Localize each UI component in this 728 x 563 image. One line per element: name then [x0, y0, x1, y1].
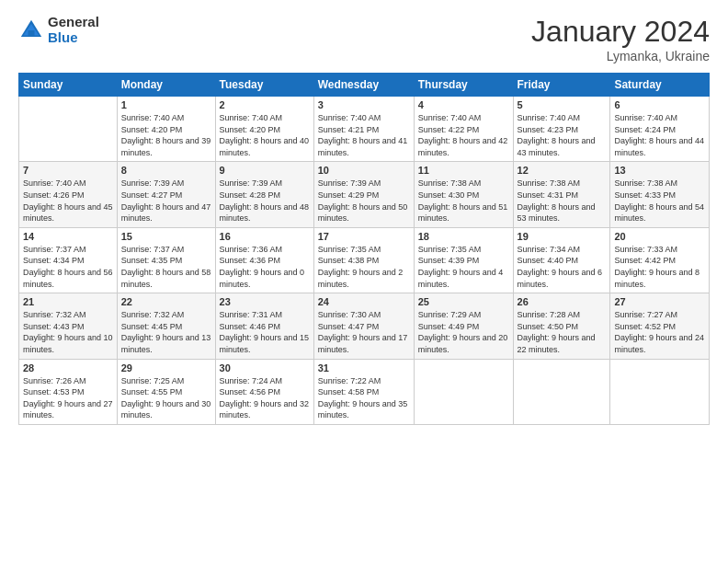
calendar-cell: 15Sunrise: 7:37 AMSunset: 4:35 PMDayligh… [117, 227, 215, 293]
day-detail: Sunrise: 7:39 AMSunset: 4:28 PMDaylight:… [220, 178, 310, 224]
day-detail: Sunrise: 7:29 AMSunset: 4:49 PMDaylight:… [418, 309, 509, 355]
calendar-cell: 18Sunrise: 7:35 AMSunset: 4:39 PMDayligh… [414, 227, 513, 293]
day-detail: Sunrise: 7:22 AMSunset: 4:58 PMDaylight:… [318, 375, 410, 421]
day-number: 4 [418, 99, 509, 110]
day-detail: Sunrise: 7:36 AMSunset: 4:36 PMDaylight:… [220, 244, 310, 290]
day-number: 21 [23, 296, 113, 307]
calendar-cell: 30Sunrise: 7:24 AMSunset: 4:56 PMDayligh… [215, 359, 313, 424]
day-detail: Sunrise: 7:27 AMSunset: 4:52 PMDaylight:… [614, 309, 705, 355]
day-number: 12 [518, 165, 607, 176]
calendar-cell: 7Sunrise: 7:40 AMSunset: 4:26 PMDaylight… [19, 162, 118, 227]
day-number: 14 [23, 231, 113, 242]
day-detail: Sunrise: 7:34 AMSunset: 4:40 PMDaylight:… [518, 244, 607, 290]
day-number: 29 [121, 362, 211, 373]
day-detail: Sunrise: 7:38 AMSunset: 4:33 PMDaylight:… [614, 178, 705, 224]
day-detail: Sunrise: 7:38 AMSunset: 4:30 PMDaylight:… [418, 178, 509, 224]
day-detail: Sunrise: 7:35 AMSunset: 4:39 PMDaylight:… [418, 244, 509, 290]
calendar-day-header: Thursday [414, 74, 513, 97]
day-detail: Sunrise: 7:26 AMSunset: 4:53 PMDaylight:… [23, 375, 113, 421]
calendar-cell: 31Sunrise: 7:22 AMSunset: 4:58 PMDayligh… [313, 359, 414, 424]
day-detail: Sunrise: 7:32 AMSunset: 4:45 PMDaylight:… [121, 309, 211, 355]
day-number: 23 [220, 296, 310, 307]
calendar-cell: 23Sunrise: 7:31 AMSunset: 4:46 PMDayligh… [215, 293, 313, 359]
calendar-cell: 16Sunrise: 7:36 AMSunset: 4:36 PMDayligh… [215, 227, 313, 293]
day-number: 27 [614, 296, 705, 307]
calendar-cell: 29Sunrise: 7:25 AMSunset: 4:55 PMDayligh… [117, 359, 215, 424]
calendar-cell: 19Sunrise: 7:34 AMSunset: 4:40 PMDayligh… [513, 227, 610, 293]
calendar-cell: 24Sunrise: 7:30 AMSunset: 4:47 PMDayligh… [313, 293, 414, 359]
calendar-cell: 22Sunrise: 7:32 AMSunset: 4:45 PMDayligh… [117, 293, 215, 359]
calendar-cell: 28Sunrise: 7:26 AMSunset: 4:53 PMDayligh… [19, 359, 118, 424]
day-detail: Sunrise: 7:30 AMSunset: 4:47 PMDaylight:… [318, 309, 410, 355]
day-number: 5 [518, 99, 607, 110]
day-number: 26 [518, 296, 607, 307]
day-number: 1 [121, 99, 211, 110]
day-detail: Sunrise: 7:38 AMSunset: 4:31 PMDaylight:… [518, 178, 607, 224]
calendar-day-header: Monday [117, 74, 215, 97]
calendar-cell: 3Sunrise: 7:40 AMSunset: 4:21 PMDaylight… [313, 97, 414, 162]
title-block: January 2024 Lymanka, Ukraine [531, 15, 710, 63]
day-detail: Sunrise: 7:33 AMSunset: 4:42 PMDaylight:… [614, 244, 705, 290]
day-number: 7 [23, 165, 113, 176]
day-detail: Sunrise: 7:37 AMSunset: 4:34 PMDaylight:… [23, 244, 113, 290]
day-number: 15 [121, 231, 211, 242]
calendar-cell: 11Sunrise: 7:38 AMSunset: 4:30 PMDayligh… [414, 162, 513, 227]
calendar-cell: 6Sunrise: 7:40 AMSunset: 4:24 PMDaylight… [610, 97, 710, 162]
calendar-day-header: Wednesday [313, 74, 414, 97]
calendar-week-row: 14Sunrise: 7:37 AMSunset: 4:34 PMDayligh… [19, 227, 710, 293]
calendar: SundayMondayTuesdayWednesdayThursdayFrid… [18, 73, 710, 425]
calendar-header-row: SundayMondayTuesdayWednesdayThursdayFrid… [19, 74, 710, 97]
day-detail: Sunrise: 7:39 AMSunset: 4:29 PMDaylight:… [318, 178, 410, 224]
month-title: January 2024 [531, 15, 710, 49]
calendar-cell: 12Sunrise: 7:38 AMSunset: 4:31 PMDayligh… [513, 162, 610, 227]
day-number: 13 [614, 165, 705, 176]
calendar-cell: 2Sunrise: 7:40 AMSunset: 4:20 PMDaylight… [215, 97, 313, 162]
day-number: 11 [418, 165, 509, 176]
day-detail: Sunrise: 7:35 AMSunset: 4:38 PMDaylight:… [318, 244, 410, 290]
day-detail: Sunrise: 7:40 AMSunset: 4:24 PMDaylight:… [614, 112, 705, 158]
calendar-cell: 10Sunrise: 7:39 AMSunset: 4:29 PMDayligh… [313, 162, 414, 227]
calendar-cell [19, 97, 118, 162]
calendar-cell: 26Sunrise: 7:28 AMSunset: 4:50 PMDayligh… [513, 293, 610, 359]
calendar-cell [513, 359, 610, 424]
day-number: 18 [418, 231, 509, 242]
calendar-day-header: Sunday [19, 74, 118, 97]
day-detail: Sunrise: 7:31 AMSunset: 4:46 PMDaylight:… [220, 309, 310, 355]
day-number: 24 [318, 296, 410, 307]
calendar-week-row: 21Sunrise: 7:32 AMSunset: 4:43 PMDayligh… [19, 293, 710, 359]
day-number: 8 [121, 165, 211, 176]
logo-icon [18, 17, 44, 43]
day-number: 19 [518, 231, 607, 242]
day-number: 17 [318, 231, 410, 242]
calendar-cell: 4Sunrise: 7:40 AMSunset: 4:22 PMDaylight… [414, 97, 513, 162]
logo: General Blue [18, 15, 99, 45]
calendar-cell [610, 359, 710, 424]
day-detail: Sunrise: 7:40 AMSunset: 4:23 PMDaylight:… [518, 112, 607, 158]
day-detail: Sunrise: 7:39 AMSunset: 4:27 PMDaylight:… [121, 178, 211, 224]
calendar-day-header: Saturday [610, 74, 710, 97]
calendar-day-header: Tuesday [215, 74, 313, 97]
svg-rect-2 [28, 30, 35, 37]
calendar-cell: 9Sunrise: 7:39 AMSunset: 4:28 PMDaylight… [215, 162, 313, 227]
day-number: 25 [418, 296, 509, 307]
day-number: 9 [220, 165, 310, 176]
logo-general-text: General [48, 15, 99, 30]
day-detail: Sunrise: 7:24 AMSunset: 4:56 PMDaylight:… [220, 375, 310, 421]
day-number: 22 [121, 296, 211, 307]
day-detail: Sunrise: 7:40 AMSunset: 4:26 PMDaylight:… [23, 178, 113, 224]
day-detail: Sunrise: 7:25 AMSunset: 4:55 PMDaylight:… [121, 375, 211, 421]
day-detail: Sunrise: 7:40 AMSunset: 4:22 PMDaylight:… [418, 112, 509, 158]
calendar-cell: 8Sunrise: 7:39 AMSunset: 4:27 PMDaylight… [117, 162, 215, 227]
calendar-cell: 5Sunrise: 7:40 AMSunset: 4:23 PMDaylight… [513, 97, 610, 162]
day-detail: Sunrise: 7:32 AMSunset: 4:43 PMDaylight:… [23, 309, 113, 355]
day-number: 30 [220, 362, 310, 373]
calendar-cell: 13Sunrise: 7:38 AMSunset: 4:33 PMDayligh… [610, 162, 710, 227]
header: General Blue January 2024 Lymanka, Ukrai… [18, 15, 710, 63]
calendar-cell: 21Sunrise: 7:32 AMSunset: 4:43 PMDayligh… [19, 293, 118, 359]
day-number: 16 [220, 231, 310, 242]
day-number: 6 [614, 99, 705, 110]
calendar-week-row: 28Sunrise: 7:26 AMSunset: 4:53 PMDayligh… [19, 359, 710, 424]
page: General Blue January 2024 Lymanka, Ukrai… [0, 0, 728, 563]
day-detail: Sunrise: 7:40 AMSunset: 4:21 PMDaylight:… [318, 112, 410, 158]
calendar-cell [414, 359, 513, 424]
